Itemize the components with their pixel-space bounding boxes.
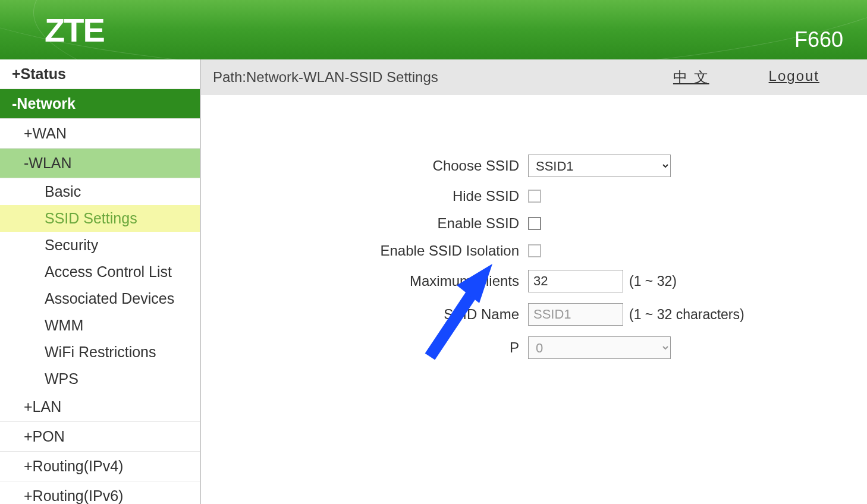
logout-link[interactable]: Logout: [769, 68, 819, 87]
max-clients-hint: (1 ~ 32): [629, 273, 677, 289]
brand-logo: ZTE: [45, 11, 104, 49]
priority-label: P: [237, 339, 528, 356]
breadcrumb: Path:Network-WLAN-SSID Settings: [213, 69, 438, 86]
language-link[interactable]: 中 文: [673, 68, 709, 87]
max-clients-input[interactable]: [528, 270, 623, 292]
sidebar-item-lan[interactable]: +LAN: [0, 392, 200, 422]
priority-select[interactable]: 0: [528, 336, 671, 359]
ssid-name-hint: (1 ~ 32 characters): [629, 307, 745, 323]
sidebar-item-routing-ipv4[interactable]: +Routing(IPv4): [0, 452, 200, 481]
enable-ssid-label: Enable SSID: [237, 215, 528, 232]
enable-ssid-isolation-checkbox[interactable]: [528, 244, 541, 257]
sidebar-item-ssid-settings[interactable]: SSID Settings: [0, 205, 200, 232]
enable-ssid-checkbox[interactable]: [528, 217, 541, 230]
sidebar-item-wlan[interactable]: -WLAN: [0, 149, 200, 178]
sidebar-item-status[interactable]: +Status: [0, 59, 200, 89]
sidebar-item-basic[interactable]: Basic: [0, 178, 200, 205]
max-clients-label: Maximum Clients: [237, 273, 528, 289]
model-number: F660: [794, 27, 843, 59]
header: ZTE F660: [0, 0, 867, 59]
hide-ssid-checkbox[interactable]: [528, 190, 541, 203]
sidebar-nav: +Status -Network +WAN -WLAN Basic SSID S…: [0, 59, 201, 504]
sidebar-item-security[interactable]: Security: [0, 232, 200, 259]
ssid-name-label: SSID Name: [237, 306, 528, 323]
sidebar-item-network[interactable]: -Network: [0, 89, 200, 119]
main-content: Path:Network-WLAN-SSID Settings 中 文 Logo…: [201, 59, 867, 504]
sidebar-item-wmm[interactable]: WMM: [0, 312, 200, 339]
sidebar-item-wan[interactable]: +WAN: [0, 119, 200, 149]
sidebar-item-wps[interactable]: WPS: [0, 366, 200, 392]
sidebar-item-pon[interactable]: +PON: [0, 422, 200, 452]
sidebar-item-routing-ipv6[interactable]: +Routing(IPv6): [0, 481, 200, 504]
path-bar: Path:Network-WLAN-SSID Settings 中 文 Logo…: [201, 59, 867, 95]
enable-ssid-isolation-label: Enable SSID Isolation: [237, 242, 528, 259]
sidebar-item-associated-devices[interactable]: Associated Devices: [0, 285, 200, 312]
choose-ssid-select[interactable]: SSID1: [528, 155, 671, 177]
ssid-name-input[interactable]: [528, 303, 623, 326]
hide-ssid-label: Hide SSID: [237, 188, 528, 204]
ssid-settings-form: Choose SSID SSID1 Hide SSID Enable SSID: [201, 95, 867, 393]
sidebar-item-wifi-restrictions[interactable]: WiFi Restrictions: [0, 339, 200, 366]
choose-ssid-label: Choose SSID: [237, 158, 528, 174]
sidebar-item-acl[interactable]: Access Control List: [0, 259, 200, 285]
